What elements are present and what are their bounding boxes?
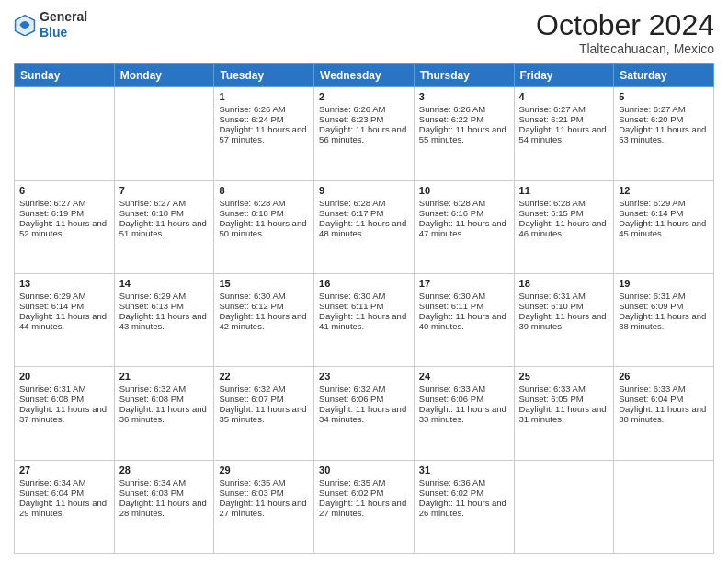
col-monday: Monday: [114, 64, 214, 87]
sunrise-text: Sunrise: 6:26 AM: [319, 104, 409, 114]
calendar-cell: 1Sunrise: 6:26 AMSunset: 6:24 PMDaylight…: [214, 87, 314, 180]
sunrise-text: Sunrise: 6:35 AM: [319, 477, 409, 488]
daylight-text: Daylight: 11 hours and 54 minutes.: [519, 124, 609, 144]
calendar-cell: [114, 87, 214, 180]
daylight-text: Daylight: 11 hours and 27 minutes.: [219, 498, 309, 518]
sunrise-text: Sunrise: 6:26 AM: [219, 104, 309, 114]
day-number: 2: [319, 91, 409, 102]
daylight-text: Daylight: 11 hours and 31 minutes.: [519, 404, 609, 424]
day-number: 17: [419, 278, 509, 289]
day-number: 8: [219, 185, 309, 196]
sunrise-text: Sunrise: 6:29 AM: [619, 198, 709, 208]
daylight-text: Daylight: 11 hours and 33 minutes.: [419, 404, 509, 424]
sunset-text: Sunset: 6:11 PM: [419, 301, 509, 311]
daylight-text: Daylight: 11 hours and 37 minutes.: [19, 404, 109, 424]
day-number: 27: [19, 465, 109, 476]
daylight-text: Daylight: 11 hours and 56 minutes.: [319, 124, 409, 144]
daylight-text: Daylight: 11 hours and 47 minutes.: [419, 218, 509, 238]
daylight-text: Daylight: 11 hours and 42 minutes.: [219, 311, 309, 331]
sunset-text: Sunset: 6:08 PM: [19, 394, 109, 404]
day-number: 20: [19, 371, 109, 382]
sunrise-text: Sunrise: 6:27 AM: [119, 198, 210, 208]
sunset-text: Sunset: 6:04 PM: [619, 394, 709, 404]
sunset-text: Sunset: 6:20 PM: [619, 114, 709, 124]
daylight-text: Daylight: 11 hours and 45 minutes.: [619, 218, 709, 238]
calendar-cell: 6Sunrise: 6:27 AMSunset: 6:19 PMDaylight…: [15, 180, 115, 273]
daylight-text: Daylight: 11 hours and 55 minutes.: [419, 124, 509, 144]
col-saturday: Saturday: [614, 64, 714, 87]
logo-blue-text: Blue: [40, 25, 67, 40]
daylight-text: Daylight: 11 hours and 39 minutes.: [519, 311, 609, 331]
day-number: 24: [419, 371, 509, 382]
day-number: 12: [619, 185, 709, 196]
sunrise-text: Sunrise: 6:30 AM: [419, 291, 509, 301]
daylight-text: Daylight: 11 hours and 53 minutes.: [619, 124, 709, 144]
col-friday: Friday: [514, 64, 614, 87]
sunrise-text: Sunrise: 6:28 AM: [319, 198, 409, 208]
header: General Blue October 2024 Tlaltecahuacan…: [14, 9, 714, 56]
calendar-cell: 20Sunrise: 6:31 AMSunset: 6:08 PMDayligh…: [15, 367, 115, 460]
calendar-cell: 18Sunrise: 6:31 AMSunset: 6:10 PMDayligh…: [514, 273, 614, 366]
logo-text: General Blue: [40, 9, 87, 40]
sunset-text: Sunset: 6:16 PM: [419, 208, 509, 218]
sunset-text: Sunset: 6:06 PM: [319, 394, 409, 404]
sunset-text: Sunset: 6:13 PM: [119, 301, 210, 311]
day-number: 31: [419, 465, 509, 476]
sunset-text: Sunset: 6:17 PM: [319, 208, 409, 218]
daylight-text: Daylight: 11 hours and 29 minutes.: [19, 498, 109, 518]
day-number: 4: [519, 91, 609, 102]
calendar-table: Sunday Monday Tuesday Wednesday Thursday…: [14, 63, 714, 554]
sunrise-text: Sunrise: 6:34 AM: [19, 477, 109, 488]
calendar-cell: 19Sunrise: 6:31 AMSunset: 6:09 PMDayligh…: [614, 273, 714, 366]
calendar-cell: 11Sunrise: 6:28 AMSunset: 6:15 PMDayligh…: [514, 180, 614, 273]
sunset-text: Sunset: 6:06 PM: [419, 394, 509, 404]
sunrise-text: Sunrise: 6:30 AM: [319, 291, 409, 301]
day-number: 21: [119, 371, 210, 382]
day-number: 7: [119, 185, 210, 196]
daylight-text: Daylight: 11 hours and 51 minutes.: [119, 218, 210, 238]
header-row: Sunday Monday Tuesday Wednesday Thursday…: [15, 64, 714, 87]
day-number: 16: [319, 278, 409, 289]
calendar-week-4: 20Sunrise: 6:31 AMSunset: 6:08 PMDayligh…: [15, 367, 714, 460]
sunset-text: Sunset: 6:05 PM: [519, 394, 609, 404]
calendar-cell: 7Sunrise: 6:27 AMSunset: 6:18 PMDaylight…: [114, 180, 214, 273]
sunset-text: Sunset: 6:02 PM: [419, 488, 509, 498]
sunrise-text: Sunrise: 6:26 AM: [419, 104, 509, 114]
sunset-text: Sunset: 6:18 PM: [219, 208, 309, 218]
daylight-text: Daylight: 11 hours and 28 minutes.: [119, 498, 210, 518]
sunrise-text: Sunrise: 6:34 AM: [119, 477, 210, 488]
sunrise-text: Sunrise: 6:31 AM: [619, 291, 709, 301]
calendar-week-2: 6Sunrise: 6:27 AMSunset: 6:19 PMDaylight…: [15, 180, 714, 273]
sunrise-text: Sunrise: 6:31 AM: [519, 291, 609, 301]
sunrise-text: Sunrise: 6:32 AM: [319, 384, 409, 394]
sunset-text: Sunset: 6:15 PM: [519, 208, 609, 218]
sunset-text: Sunset: 6:02 PM: [319, 488, 409, 498]
sunset-text: Sunset: 6:08 PM: [119, 394, 210, 404]
day-number: 13: [19, 278, 109, 289]
day-number: 5: [619, 91, 709, 102]
sunset-text: Sunset: 6:18 PM: [119, 208, 210, 218]
calendar-cell: 24Sunrise: 6:33 AMSunset: 6:06 PMDayligh…: [414, 367, 514, 460]
sunset-text: Sunset: 6:07 PM: [219, 394, 309, 404]
sunrise-text: Sunrise: 6:32 AM: [119, 384, 210, 394]
day-number: 23: [319, 371, 409, 382]
day-number: 25: [519, 371, 609, 382]
calendar-cell: 4Sunrise: 6:27 AMSunset: 6:21 PMDaylight…: [514, 87, 614, 180]
day-number: 14: [119, 278, 210, 289]
daylight-text: Daylight: 11 hours and 46 minutes.: [519, 218, 609, 238]
day-number: 9: [319, 185, 409, 196]
day-number: 1: [219, 91, 309, 102]
day-number: 22: [219, 371, 309, 382]
calendar-week-5: 27Sunrise: 6:34 AMSunset: 6:04 PMDayligh…: [15, 460, 714, 553]
calendar-cell: 29Sunrise: 6:35 AMSunset: 6:03 PMDayligh…: [214, 460, 314, 553]
month-title: October 2024: [536, 9, 714, 41]
calendar-cell: [614, 460, 714, 553]
location: Tlaltecahuacan, Mexico: [536, 41, 714, 56]
calendar-cell: 2Sunrise: 6:26 AMSunset: 6:23 PMDaylight…: [314, 87, 415, 180]
sunrise-text: Sunrise: 6:35 AM: [219, 477, 309, 488]
sunset-text: Sunset: 6:03 PM: [119, 488, 210, 498]
day-number: 10: [419, 185, 509, 196]
day-number: 30: [319, 465, 409, 476]
calendar-cell: 31Sunrise: 6:36 AMSunset: 6:02 PMDayligh…: [414, 460, 514, 553]
day-number: 28: [119, 465, 210, 476]
